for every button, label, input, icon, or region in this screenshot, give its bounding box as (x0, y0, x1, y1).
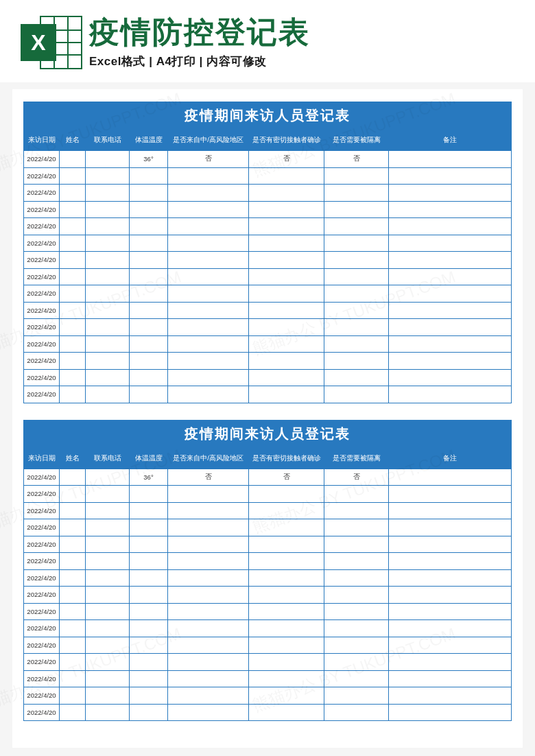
cell-note (389, 587, 512, 604)
cell-quarantine (324, 335, 389, 353)
cell-name (60, 235, 86, 252)
cell-temp: 36° (130, 469, 168, 486)
table-row: 2022/4/20 (24, 654, 512, 671)
cell-name (60, 687, 86, 705)
cell-temp (130, 620, 168, 637)
cell-temp: 36° (130, 151, 168, 168)
cell-phone (86, 285, 130, 303)
cell-name (60, 185, 86, 202)
cell-risk (168, 553, 249, 570)
cell-risk (168, 536, 249, 553)
cell-temp (130, 285, 168, 303)
cell-note (389, 469, 512, 486)
cell-quarantine (324, 218, 389, 235)
registration-table: 来访日期姓名联系电话体温温度是否来自中/高风险地区是否有密切接触者确诊是否需要被… (23, 130, 512, 403)
cell-contact (249, 319, 324, 336)
cell-name (60, 502, 86, 519)
cell-risk (168, 704, 249, 721)
cell-quarantine (324, 185, 389, 202)
cell-risk (168, 654, 249, 671)
cell-phone (86, 353, 130, 370)
column-header: 体温温度 (130, 130, 168, 151)
cell-risk (168, 201, 249, 218)
cell-quarantine (324, 569, 389, 587)
cell-note (389, 502, 512, 519)
cell-phone (86, 620, 130, 637)
cell-risk (168, 519, 249, 536)
template-banner: X 疫情防控登记表 Excel格式 | A4打印 | 内容可修改 (0, 0, 535, 82)
table-row: 2022/4/2036°否否否 (24, 469, 512, 486)
cell-temp (130, 654, 168, 671)
table-row: 2022/4/20 (24, 637, 512, 654)
registration-form-1: 疫情期间来访人员登记表 来访日期姓名联系电话体温温度是否来自中/高风险地区是否有… (23, 102, 512, 403)
cell-contact (249, 704, 324, 721)
cell-contact (249, 486, 324, 503)
cell-contact (249, 335, 324, 353)
cell-name (60, 353, 86, 370)
cell-quarantine (324, 502, 389, 519)
cell-note (389, 536, 512, 553)
cell-phone (86, 167, 130, 185)
cell-quarantine (324, 519, 389, 536)
cell-note (389, 185, 512, 202)
cell-date: 2022/4/20 (24, 201, 60, 218)
cell-note (389, 302, 512, 319)
cell-risk (168, 319, 249, 336)
cell-quarantine (324, 553, 389, 570)
cell-contact (249, 687, 324, 705)
cell-note (389, 285, 512, 303)
cell-phone (86, 335, 130, 353)
cell-contact (249, 637, 324, 654)
cell-note (389, 268, 512, 285)
cell-contact (249, 369, 324, 386)
excel-file-icon: X (21, 12, 82, 73)
cell-name (60, 536, 86, 553)
table-row: 2022/4/20 (24, 687, 512, 705)
cell-temp (130, 637, 168, 654)
table-row: 2022/4/20 (24, 167, 512, 185)
cell-phone (86, 603, 130, 620)
cell-name (60, 151, 86, 168)
cell-name (60, 704, 86, 721)
cell-temp (130, 687, 168, 705)
cell-name (60, 302, 86, 319)
column-header: 来访日期 (24, 130, 60, 151)
cell-risk (168, 185, 249, 202)
cell-quarantine (324, 486, 389, 503)
cell-note (389, 151, 512, 168)
cell-phone (86, 185, 130, 202)
registration-table: 来访日期姓名联系电话体温温度是否来自中/高风险地区是否有密切接触者确诊是否需要被… (23, 448, 512, 722)
cell-quarantine (324, 369, 389, 386)
cell-phone (86, 151, 130, 168)
cell-name (60, 167, 86, 185)
cell-risk (168, 335, 249, 353)
cell-note (389, 670, 512, 687)
cell-note (389, 654, 512, 671)
cell-temp (130, 486, 168, 503)
cell-risk (168, 353, 249, 370)
cell-contact (249, 536, 324, 553)
table-row: 2022/4/20 (24, 704, 512, 721)
table-row: 2022/4/20 (24, 252, 512, 269)
cell-quarantine (324, 235, 389, 252)
column-header: 是否有密切接触者确诊 (249, 130, 324, 151)
cell-date: 2022/4/20 (24, 620, 60, 637)
cell-quarantine (324, 167, 389, 185)
cell-note (389, 319, 512, 336)
document-page: 疫情期间来访人员登记表 来访日期姓名联系电话体温温度是否来自中/高风险地区是否有… (12, 89, 523, 748)
table-row: 2022/4/20 (24, 285, 512, 303)
cell-phone (86, 201, 130, 218)
cell-contact (249, 603, 324, 620)
cell-date: 2022/4/20 (24, 486, 60, 503)
cell-date: 2022/4/20 (24, 519, 60, 536)
cell-risk (168, 252, 249, 269)
cell-date: 2022/4/20 (24, 268, 60, 285)
cell-temp (130, 185, 168, 202)
cell-date: 2022/4/20 (24, 587, 60, 604)
cell-risk (168, 637, 249, 654)
cell-temp (130, 553, 168, 570)
cell-contact (249, 285, 324, 303)
table-row: 2022/4/20 (24, 587, 512, 604)
cell-quarantine (324, 285, 389, 303)
column-header: 是否需要被隔离 (324, 130, 389, 151)
